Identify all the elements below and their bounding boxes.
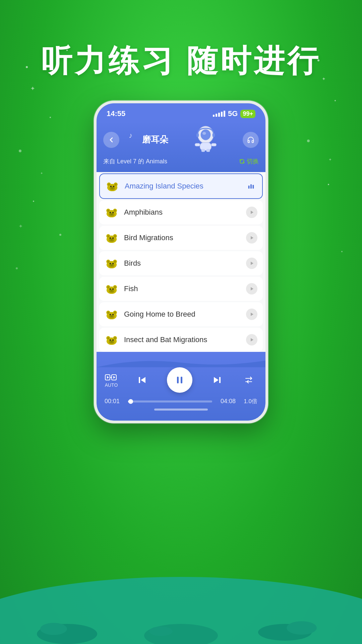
bear-icon-3 xyxy=(105,232,119,244)
track-item-5[interactable]: Fish xyxy=(99,277,263,301)
repeat-button[interactable] xyxy=(241,372,257,388)
track-item-4[interactable]: Birds xyxy=(99,251,263,275)
svg-point-63 xyxy=(114,261,116,263)
svg-point-6 xyxy=(307,140,310,142)
previous-button[interactable] xyxy=(134,372,150,388)
svg-point-73 xyxy=(114,286,116,288)
play-icon-4 xyxy=(249,261,254,266)
svg-point-2 xyxy=(19,150,21,152)
svg-point-55 xyxy=(110,237,111,239)
bottom-player: AUTO xyxy=(97,352,265,421)
svg-marker-108 xyxy=(214,377,219,383)
refresh-icon xyxy=(239,158,245,164)
svg-rect-36 xyxy=(248,185,250,189)
progress-area: 00:01 04:08 1.0倍 xyxy=(105,397,257,405)
svg-point-62 xyxy=(107,261,110,263)
player-controls: AUTO xyxy=(105,367,257,393)
svg-text:✦: ✦ xyxy=(18,223,23,229)
svg-rect-21 xyxy=(195,143,200,146)
svg-rect-23 xyxy=(201,149,205,152)
track-name-3: Bird Migrations xyxy=(124,233,241,242)
svg-rect-103 xyxy=(139,377,140,383)
svg-rect-26 xyxy=(212,133,215,137)
auto-button[interactable]: AUTO xyxy=(105,372,118,388)
headline: 听力练习 随时进行 xyxy=(0,40,362,82)
play-icon-2 xyxy=(249,210,254,215)
svg-point-53 xyxy=(114,235,116,237)
svg-point-57 xyxy=(110,239,113,240)
svg-marker-78 xyxy=(251,287,253,290)
wave-svg xyxy=(97,358,265,367)
svg-rect-38 xyxy=(253,185,254,189)
switch-label: 切换 xyxy=(247,157,259,165)
planet-ground xyxy=(0,570,362,644)
svg-point-46 xyxy=(112,212,114,213)
svg-point-97 xyxy=(110,341,113,342)
svg-point-11 xyxy=(341,251,343,252)
bear-icon-7 xyxy=(105,334,119,346)
svg-point-87 xyxy=(110,315,113,317)
svg-point-77 xyxy=(110,290,113,291)
play-indicator-2 xyxy=(246,207,257,218)
track-name-5: Fish xyxy=(124,284,241,293)
next-button[interactable] xyxy=(209,372,225,388)
play-indicator-4 xyxy=(246,258,257,269)
svg-marker-58 xyxy=(251,236,253,239)
back-button[interactable] xyxy=(103,132,119,148)
subtitle-label: 来自 Level 7 的 Animals xyxy=(103,157,167,165)
svg-point-52 xyxy=(107,235,110,237)
svg-point-76 xyxy=(112,288,114,290)
svg-marker-102 xyxy=(113,376,115,379)
svg-point-92 xyxy=(107,337,110,339)
bear-icon-6 xyxy=(105,308,119,320)
auto-label: AUTO xyxy=(105,382,118,388)
svg-text:✦: ✦ xyxy=(40,171,43,175)
svg-point-115 xyxy=(149,627,173,636)
play-icon-3 xyxy=(249,235,254,240)
next-icon xyxy=(212,375,222,385)
track-item-7[interactable]: Insect and Bat Migrations xyxy=(99,328,263,352)
track-item-2[interactable]: Amphibians xyxy=(99,200,263,224)
headphone-button[interactable] xyxy=(243,132,259,148)
speed-button[interactable]: 1.0倍 xyxy=(239,397,257,405)
progress-bar[interactable] xyxy=(128,400,212,402)
bear-icon-5 xyxy=(105,283,119,295)
network-type: 5G xyxy=(228,109,238,118)
svg-point-83 xyxy=(114,312,116,314)
track-item-3[interactable]: Bird Migrations xyxy=(99,226,263,250)
svg-rect-22 xyxy=(211,143,216,146)
svg-text:✦: ✦ xyxy=(328,157,332,162)
music-note-icon: ♪ xyxy=(129,131,132,140)
app-header: ♪ 磨耳朵 xyxy=(97,121,265,172)
header-subtitle-row: 来自 Level 7 的 Animals 切换 xyxy=(103,157,259,165)
progress-dot xyxy=(128,399,133,404)
svg-point-45 xyxy=(110,212,111,213)
previous-icon xyxy=(137,375,148,385)
svg-point-96 xyxy=(112,339,114,341)
svg-point-34 xyxy=(113,186,114,187)
svg-point-8 xyxy=(59,234,61,236)
svg-point-30 xyxy=(108,183,110,186)
svg-point-75 xyxy=(110,288,111,290)
svg-point-93 xyxy=(114,337,116,339)
svg-marker-68 xyxy=(251,262,253,265)
bear-icon-2 xyxy=(105,206,119,218)
svg-marker-48 xyxy=(251,211,253,214)
status-bar: 14:55 5G 99+ xyxy=(97,103,265,121)
play-icon-5 xyxy=(249,286,254,291)
app-title: 磨耳朵 xyxy=(142,134,168,146)
svg-rect-106 xyxy=(181,377,182,383)
svg-point-19 xyxy=(202,132,206,135)
svg-point-5 xyxy=(335,100,336,101)
track-list: Amazing Island Species xyxy=(97,172,265,352)
track-item-1[interactable]: Amazing Island Species xyxy=(99,173,263,199)
signal-bars xyxy=(213,111,225,117)
play-indicator-6 xyxy=(246,309,257,320)
play-indicator-1 xyxy=(245,180,257,192)
pause-button[interactable] xyxy=(167,367,192,393)
track-item-6[interactable]: Going Home to Breed xyxy=(99,302,263,326)
switch-button[interactable]: 切换 xyxy=(239,157,259,165)
svg-point-86 xyxy=(112,314,114,315)
status-time: 14:55 xyxy=(107,109,125,118)
svg-point-31 xyxy=(115,183,117,186)
